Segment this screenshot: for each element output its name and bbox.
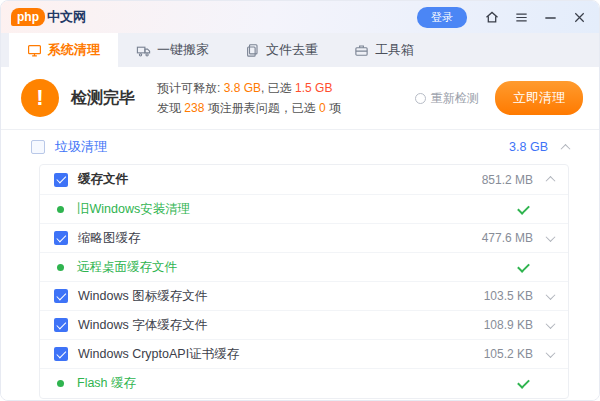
done-dot-icon (57, 206, 64, 213)
registry-issue-count: 238 (184, 101, 204, 115)
chevron-up-icon[interactable] (546, 176, 556, 186)
check-icon (517, 377, 530, 390)
registry-line: 发现 238 项注册表问题，已选 0 项 (157, 98, 341, 118)
releasable-line: 预计可释放: 3.8 GB, 已选 1.5 GB (157, 78, 341, 98)
selected-size: 1.5 GB (295, 81, 332, 95)
subgroup-cache-files[interactable]: 缓存文件 851.2 MB (40, 165, 568, 195)
list-item[interactable]: 旧Windows安装清理 (40, 195, 568, 224)
list-item[interactable]: 远程桌面缓存文件 (40, 253, 568, 282)
subgroup-checkbox[interactable] (54, 173, 68, 187)
tab-label: 一键搬家 (157, 41, 209, 59)
home-icon[interactable] (484, 9, 500, 25)
subgroup-label: 缓存文件 (78, 171, 128, 188)
list-item[interactable]: Windows 字体缓存文件 108.9 KB (40, 311, 568, 340)
cache-files-card: 缓存文件 851.2 MB 旧Windows安装清理 缩略图缓存 (39, 164, 569, 399)
list-item[interactable]: 缩略图缓存 477.6 MB (40, 224, 568, 253)
php-logo-text: 中文网 (47, 8, 86, 26)
tab-label: 工具箱 (375, 41, 414, 59)
truck-icon (136, 43, 151, 58)
php-logo-badge: php (11, 8, 45, 26)
group-label: 垃圾清理 (55, 138, 107, 156)
subgroup-size: 851.2 MB (482, 173, 533, 187)
recheck-label: 重新检测 (431, 90, 479, 107)
refresh-icon (415, 93, 426, 104)
tab-file-dedupe[interactable]: 文件去重 (227, 33, 336, 67)
item-checkbox[interactable] (54, 318, 68, 332)
registry-selected-count: 0 (319, 101, 326, 115)
list-item[interactable]: Windows 图标缓存文件 103.5 KB (40, 282, 568, 311)
tab-one-key-move[interactable]: 一键搬家 (118, 33, 227, 67)
monitor-icon (27, 43, 42, 58)
chevron-up-icon[interactable] (561, 143, 571, 153)
done-dot-icon (57, 380, 64, 387)
titlebar: php 中文网 登录 (1, 1, 599, 33)
item-checkbox[interactable] (54, 347, 68, 361)
item-checkbox[interactable] (54, 289, 68, 303)
tab-label: 系统清理 (48, 41, 100, 59)
chevron-down-icon[interactable] (546, 232, 556, 242)
group-junk-clean[interactable]: 垃圾清理 3.8 GB (1, 130, 599, 164)
scan-status-title: 检测完毕 (71, 88, 135, 109)
done-dot-icon (57, 264, 64, 271)
close-icon[interactable] (571, 9, 587, 25)
clean-now-button[interactable]: 立即清理 (495, 81, 583, 115)
tabbar: 系统清理 一键搬家 文件去重 工具箱 (1, 33, 599, 67)
app-window: php 中文网 登录 系统清理 (0, 0, 600, 401)
recheck-button[interactable]: 重新检测 (415, 90, 479, 107)
toolbox-icon (354, 43, 369, 58)
scan-status-lines: 预计可释放: 3.8 GB, 已选 1.5 GB 发现 238 项注册表问题，已… (157, 78, 341, 118)
chevron-spacer (544, 264, 554, 271)
scan-actions: 重新检测 立即清理 (415, 81, 583, 115)
releasable-size: 3.8 GB (224, 81, 261, 95)
check-icon (517, 203, 530, 216)
login-button[interactable]: 登录 (417, 7, 467, 28)
warning-icon: ! (21, 79, 59, 117)
minimize-icon[interactable] (542, 9, 558, 25)
chevron-spacer (544, 380, 554, 387)
documents-icon (245, 43, 260, 58)
group-size: 3.8 GB (509, 140, 548, 154)
tab-label: 文件去重 (266, 41, 318, 59)
titlebar-controls: 登录 (417, 7, 587, 28)
chevron-down-icon[interactable] (546, 319, 556, 329)
list-item[interactable]: Flash 缓存 (40, 369, 568, 398)
chevron-down-icon[interactable] (546, 348, 556, 358)
php-logo: php 中文网 (11, 8, 86, 26)
list-item[interactable]: Windows CryptoAPI证书缓存 105.2 KB (40, 340, 568, 369)
chevron-down-icon[interactable] (546, 290, 556, 300)
item-checkbox[interactable] (54, 231, 68, 245)
menu-icon[interactable] (513, 9, 529, 25)
scan-summary: ! 检测完毕 预计可释放: 3.8 GB, 已选 1.5 GB 发现 238 项… (1, 67, 599, 129)
group-checkbox[interactable] (31, 140, 45, 154)
tab-toolbox[interactable]: 工具箱 (336, 33, 432, 67)
chevron-spacer (544, 206, 554, 213)
check-icon (517, 261, 530, 274)
main-content: ! 检测完毕 预计可释放: 3.8 GB, 已选 1.5 GB 发现 238 项… (1, 67, 599, 400)
tab-system-clean[interactable]: 系统清理 (9, 33, 118, 67)
